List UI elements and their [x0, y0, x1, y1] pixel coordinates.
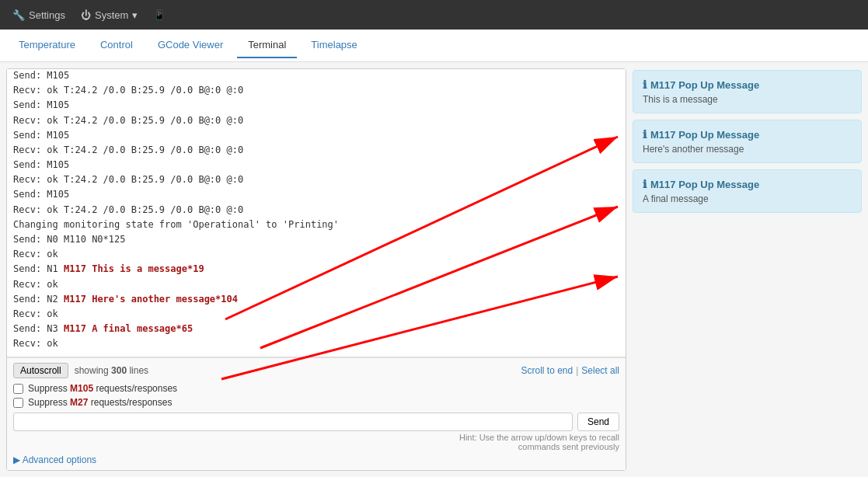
notification-title: ℹ M117 Pop Up Message	[643, 78, 852, 91]
notification-card-2: ℹ M117 Pop Up Message Here's another mes…	[633, 120, 862, 163]
terminal-line: Send: M105	[13, 158, 619, 172]
tab-timelapse[interactable]: Timelapse	[300, 33, 368, 58]
send-row: Send	[13, 413, 619, 431]
terminal-line: Send: N0 M110 N0*125	[13, 232, 619, 247]
suppress-m105-checkbox[interactable]	[13, 384, 23, 394]
suppress-m105-row: Suppress M105 requests/responses	[13, 383, 619, 394]
info-icon: ℹ	[643, 128, 647, 141]
tab-control[interactable]: Control	[89, 33, 144, 58]
link-separator: |	[576, 365, 578, 376]
terminal-line: Recv: ok	[13, 336, 619, 351]
notification-title-text: M117 Pop Up Message	[650, 79, 759, 91]
send-button[interactable]: Send	[577, 413, 619, 431]
tab-temperature[interactable]: Temperature	[8, 33, 86, 58]
terminal-line: Send: M105	[13, 98, 619, 113]
notification-title-text: M117 Pop Up Message	[650, 129, 759, 141]
notification-card-3: ℹ M117 Pop Up Message A final message	[633, 169, 862, 213]
terminal-line: Recv: ok T:24.2 /0.0 B:25.9 /0.0 B@:0 @:…	[13, 83, 619, 98]
power-icon: ⏻	[81, 9, 91, 21]
info-icon: ℹ	[643, 78, 647, 91]
advanced-options[interactable]: ▶ Advanced options	[13, 454, 619, 465]
notification-title-text: M117 Pop Up Message	[650, 179, 759, 190]
suppress-m27-checkbox[interactable]	[13, 398, 23, 408]
terminal-line: Recv: ok T:24.2 /0.0 B:25.9 /0.0 B@:0 @:…	[13, 172, 619, 187]
settings-nav-item[interactable]: 🔧 Settings	[12, 9, 65, 21]
showing-lines-text: showing 300 lines	[75, 365, 521, 376]
system-label: System	[95, 9, 128, 21]
autoscroll-button[interactable]: Autoscroll	[13, 363, 68, 378]
terminal-footer: Autoscroll showing 300 lines Scroll to e…	[7, 357, 626, 470]
terminal-line: Send: M105	[13, 187, 619, 202]
notifications-panel: ℹ M117 Pop Up Message This is a message …	[633, 68, 862, 471]
navbar: 🔧 Settings ⏻ System ▾ 📱	[0, 0, 868, 30]
select-all-link[interactable]: Select all	[581, 365, 619, 376]
wrench-icon: 🔧	[12, 9, 25, 21]
terminal-output[interactable]: Recv: ok T:24.2 /0.0 B:25.9 /0.0 B@:0 @:…	[7, 69, 626, 357]
system-dropdown-icon: ▾	[132, 9, 138, 21]
terminal-line: Send: N2 M117 Here's another message*104	[13, 292, 619, 307]
tab-terminal[interactable]: Terminal	[237, 33, 297, 58]
suppress-m27-label: Suppress M27 requests/responses	[28, 397, 172, 408]
terminal-line: Recv: ok T:24.2 /0.0 B:25.9 /0.0 B@:0 @:…	[13, 143, 619, 158]
tabs-bar: Temperature Control GCode Viewer Termina…	[0, 30, 868, 62]
terminal-line: Changing monitoring state from 'Operatio…	[13, 218, 619, 232]
system-nav-item[interactable]: ⏻ System ▾	[81, 9, 138, 21]
notification-body: Here's another message	[643, 144, 852, 155]
mobile-icon: 📱	[153, 9, 166, 21]
terminal-panel: Recv: ok T:24.2 /0.0 B:25.9 /0.0 B@:0 @:…	[6, 68, 626, 471]
settings-label: Settings	[29, 9, 65, 21]
scroll-to-end-link[interactable]: Scroll to end	[521, 365, 573, 376]
notification-title: ℹ M117 Pop Up Message	[643, 178, 852, 190]
terminal-line: Recv: ok	[13, 307, 619, 322]
footer-top-row: Autoscroll showing 300 lines Scroll to e…	[13, 363, 619, 378]
terminal-line: Send: M105	[13, 128, 619, 143]
footer-links: Scroll to end | Select all	[521, 365, 619, 376]
terminal-line: Recv: ok T:24.2 /0.0 B:25.9 /0.0 B@:0 @:…	[13, 203, 619, 218]
terminal-line: Recv: ok	[13, 277, 619, 292]
notification-title: ℹ M117 Pop Up Message	[643, 128, 852, 141]
notification-body: This is a message	[643, 94, 852, 105]
terminal-line: Recv: ok T:24.2 /0.0 B:25.9 /0.0 B@:0 @:…	[13, 113, 619, 128]
suppress-m27-row: Suppress M27 requests/responses	[13, 397, 619, 408]
terminal-line: Send: N1 M117 This is a message*19	[13, 262, 619, 277]
terminal-line: Send: M105	[13, 69, 619, 83]
terminal-line: Recv: ok	[13, 247, 619, 262]
send-input[interactable]	[13, 413, 573, 431]
notification-card-1: ℹ M117 Pop Up Message This is a message	[633, 70, 862, 113]
tab-gcode-viewer[interactable]: GCode Viewer	[147, 33, 234, 58]
suppress-m105-label: Suppress M105 requests/responses	[28, 383, 177, 394]
mobile-nav-item[interactable]: 📱	[153, 9, 166, 21]
hint-text: Hint: Use the arrow up/down keys to reca…	[13, 433, 619, 451]
terminal-line: Send: N3 M117 A final message*65	[13, 322, 619, 336]
main-content: Recv: ok T:24.2 /0.0 B:25.9 /0.0 B@:0 @:…	[0, 62, 868, 477]
notification-body: A final message	[643, 193, 852, 204]
info-icon: ℹ	[643, 178, 647, 190]
